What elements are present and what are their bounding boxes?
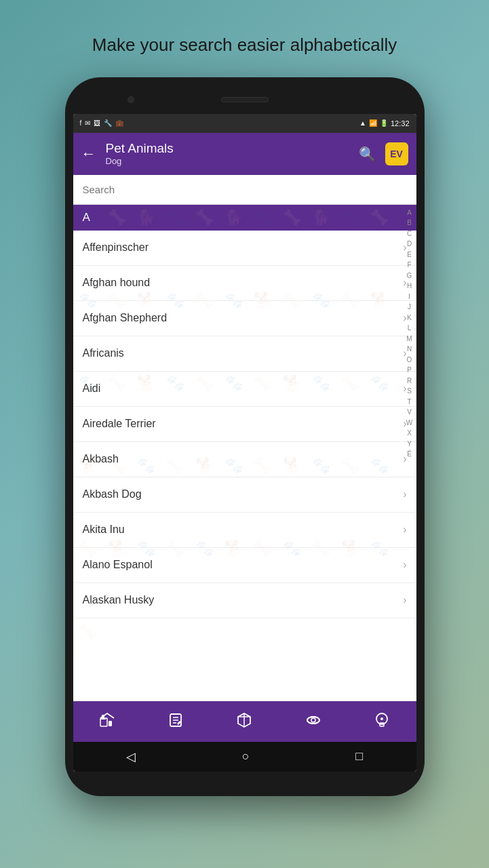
section-header-text: A (83, 211, 90, 224)
list-items-container: Affenpinscher › Afghan hound › Afghan Sh… (73, 231, 416, 618)
mail-icon: ✉ (85, 119, 90, 127)
back-button[interactable]: ← (81, 145, 96, 163)
system-recent-button[interactable]: □ (355, 749, 363, 764)
list-item[interactable]: Afghan Shepherd › (73, 301, 416, 336)
bottom-nav (73, 701, 416, 742)
alpha-letter-é[interactable]: É (407, 449, 412, 460)
fb-icon: f (80, 119, 82, 127)
box-nav-item[interactable] (227, 705, 261, 738)
svg-rect-3 (109, 721, 112, 726)
screen: f ✉ 🖼 🔧 💼 ▲ 📶 🔋 12:32 ← Pet Animals Dog … (73, 114, 416, 772)
top-label: Make your search easier alphabetically (65, 34, 424, 57)
app-subtitle: Dog (106, 156, 359, 166)
list-item-label: Affenpinscher (83, 241, 404, 254)
list-item[interactable]: Alano Espanol › (73, 548, 416, 583)
app-title: Pet Animals (106, 141, 359, 156)
alpha-letter-t[interactable]: T (407, 397, 411, 408)
alpha-letter-e[interactable]: E (407, 250, 412, 260)
list-item[interactable]: Akita Inu › (73, 513, 416, 548)
list-item[interactable]: Aidi › (73, 372, 416, 407)
list-item[interactable]: Afghan hound › (73, 266, 416, 301)
list-item-label: Alaskan Husky (83, 594, 404, 606)
box-nav-item-icon (235, 711, 253, 732)
list-item[interactable]: Affenpinscher › (73, 231, 416, 266)
status-time: 12:32 (391, 119, 410, 127)
alpha-letter-y[interactable]: Y (407, 439, 412, 450)
list-item[interactable]: Akbash › (73, 442, 416, 477)
alpha-letter-i[interactable]: I (408, 292, 410, 302)
front-camera (128, 96, 134, 103)
system-back-button[interactable]: ◁ (126, 749, 136, 764)
svg-point-18 (380, 717, 383, 720)
alphabet-sidebar: ABCDEFGHIJKLMNOPRSTVWXYÉ (403, 205, 416, 701)
list-item-label: Akbash Dog (83, 488, 404, 500)
notes-nav-item[interactable] (159, 705, 193, 738)
alpha-letter-h[interactable]: H (407, 281, 412, 292)
status-bar: f ✉ 🖼 🔧 💼 ▲ 📶 🔋 12:32 (73, 114, 416, 133)
system-nav: ◁ ○ □ (73, 742, 416, 772)
svg-point-13 (311, 718, 315, 722)
search-input[interactable] (83, 184, 407, 195)
home-nav-item[interactable] (90, 705, 124, 738)
alpha-letter-v[interactable]: V (407, 407, 412, 418)
alpha-letter-p[interactable]: P (407, 365, 412, 376)
app-logo[interactable]: EV (385, 142, 408, 165)
tag-nav-item[interactable] (365, 705, 399, 738)
search-bar (73, 175, 416, 205)
notes-nav-item-icon (167, 711, 184, 732)
battery-icon: 🔋 (380, 119, 388, 127)
search-button[interactable]: 🔍 (359, 146, 376, 162)
list-item-label: Afghan Shepherd (83, 312, 404, 324)
list-item[interactable]: Alaskan Husky › (73, 583, 416, 618)
alpha-letter-o[interactable]: O (407, 355, 412, 366)
list-item-label: Akbash (83, 453, 404, 465)
alpha-letter-r[interactable]: R (407, 376, 412, 387)
list-item-label: Akita Inu (83, 524, 404, 536)
alpha-letter-a[interactable]: A (407, 208, 412, 218)
eye-nav-item-icon (305, 711, 322, 732)
list-item[interactable]: Africanis › (73, 336, 416, 372)
list-item-label: Alano Espanol (83, 559, 404, 571)
bag-icon: 💼 (115, 119, 123, 127)
alpha-letter-f[interactable]: F (407, 260, 411, 271)
tag-nav-item-icon (373, 711, 391, 732)
home-nav-item-icon (98, 711, 116, 732)
alpha-letter-l[interactable]: L (408, 323, 412, 334)
list-item-label: Aidi (83, 382, 404, 395)
speaker (221, 97, 269, 102)
alpha-letter-j[interactable]: J (408, 302, 411, 313)
list-item[interactable]: Airedale Terrier › (73, 407, 416, 442)
section-header: A (73, 205, 416, 231)
alpha-letter-k[interactable]: K (407, 313, 412, 323)
phone-frame: f ✉ 🖼 🔧 💼 ▲ 📶 🔋 12:32 ← Pet Animals Dog … (65, 77, 425, 796)
tool-icon: 🔧 (104, 119, 112, 127)
alpha-letter-g[interactable]: G (407, 271, 412, 281)
content-area: 🐾🦴🐕🐾🦴🐕🐾🦴 🐕🐾🦴🐾🦴🐕🐾🦴 🐾🐕🦴🐾🦴🐕🐾🦴 🐕🐾🦴🐾🦴🐕🐾🦴 🐾🐕🦴🐾… (73, 205, 416, 701)
app-bar: ← Pet Animals Dog 🔍 EV (73, 133, 416, 175)
signal-icon: 📶 (369, 119, 377, 127)
alpha-letter-m[interactable]: M (406, 334, 412, 344)
alpha-letter-n[interactable]: N (407, 344, 412, 355)
list-item-label: Airedale Terrier (83, 418, 404, 430)
alpha-letter-b[interactable]: B (407, 218, 412, 229)
alpha-letter-s[interactable]: S (407, 386, 412, 397)
alpha-letter-x[interactable]: X (407, 428, 412, 439)
wifi-icon: ▲ (359, 119, 366, 127)
list-item-label: Africanis (83, 347, 404, 359)
list-item-label: Afghan hound (83, 277, 404, 289)
system-home-button[interactable]: ○ (242, 749, 250, 764)
image-icon: 🖼 (94, 119, 100, 127)
list-item[interactable]: Akbash Dog › (73, 477, 416, 513)
alpha-letter-w[interactable]: W (406, 418, 412, 429)
alpha-letter-d[interactable]: D (407, 239, 412, 250)
eye-nav-item[interactable] (296, 705, 330, 738)
alpha-letter-c[interactable]: C (407, 229, 412, 239)
